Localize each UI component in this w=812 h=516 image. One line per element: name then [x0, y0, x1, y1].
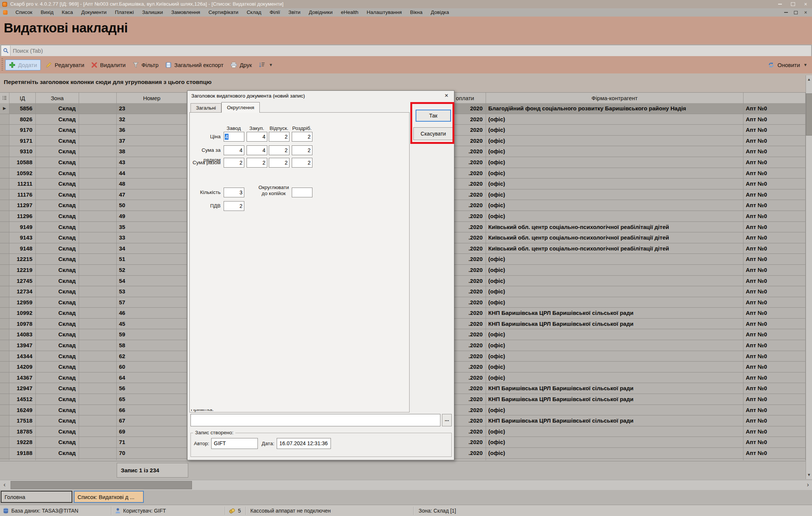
grid-value-field[interactable]: 2	[247, 158, 267, 168]
vertical-scrollbar-thumb[interactable]	[806, 93, 812, 136]
cell-blank	[79, 329, 117, 340]
delete-button[interactable]: Видалити	[88, 60, 129, 70]
cell-zone: Склад	[36, 243, 79, 254]
cell-id: 5856	[9, 103, 36, 114]
chevron-down-icon: ▼	[269, 63, 273, 67]
menu-item[interactable]: Вікна	[406, 8, 427, 17]
toolbar-grip[interactable]	[2, 58, 3, 71]
dialog-close-icon[interactable]: ×	[442, 92, 451, 100]
row-indicator	[0, 114, 9, 125]
menu-item[interactable]: Каса	[58, 8, 77, 17]
restore-button[interactable]	[786, 0, 799, 8]
grid-value-field[interactable]: 2	[292, 158, 312, 168]
column-header-zone[interactable]: Зона	[36, 93, 79, 103]
round-to-kopecks-field[interactable]	[292, 188, 312, 197]
column-header-number[interactable]: Номер	[117, 93, 187, 103]
note-browse-button[interactable]: ...	[442, 414, 452, 426]
scroll-left-icon[interactable]: ‹	[1, 481, 8, 489]
status-count: 5	[238, 508, 241, 514]
cell-number: 38	[117, 146, 187, 157]
funnel-icon	[133, 62, 139, 68]
row-indicator	[0, 146, 9, 157]
edit-button[interactable]: Редагувати	[42, 60, 88, 70]
search-bar	[1, 45, 812, 56]
qty-field[interactable]: 3	[224, 188, 244, 197]
scroll-down-icon[interactable]: ▼	[806, 472, 812, 478]
cell-zone: Склад	[36, 189, 79, 200]
export-button[interactable]: Загальний експорт	[162, 60, 227, 70]
grid-value-field[interactable]: 2	[292, 132, 312, 142]
cell-number: 69	[117, 426, 187, 437]
horizontal-scrollbar-thumb[interactable]	[11, 481, 192, 489]
grid-col-rozdrib: Роздріб.	[289, 125, 315, 131]
group-panel[interactable]: Перетягніть заголовок колонки сюди для у…	[0, 73, 812, 92]
grid-value-field[interactable]: 4	[247, 132, 267, 142]
author-field[interactable]: GIFT	[211, 438, 258, 449]
menu-item[interactable]: Замовлення	[167, 8, 204, 17]
menu-item[interactable]: Список	[11, 8, 37, 17]
grid-value-field[interactable]: 2	[224, 158, 244, 168]
note-field[interactable]	[190, 414, 440, 426]
tab-home[interactable]: Головна	[1, 491, 72, 503]
menu-item[interactable]: Довідники	[305, 8, 337, 17]
cell-zone: Склад	[36, 448, 79, 458]
status-zone: Зона: Склад [1]	[419, 508, 456, 514]
column-header-blank[interactable]	[79, 93, 117, 103]
menu-item[interactable]: Звіти	[284, 8, 305, 17]
menu-item[interactable]: Налаштування	[363, 8, 406, 17]
record-created-label: Запис створено:	[193, 430, 235, 435]
grid-value-field[interactable]: 4	[224, 145, 244, 155]
cell-firm: (офіс)	[486, 168, 743, 179]
cell-zone: Склад	[36, 372, 79, 383]
grid-value-field[interactable]: 2	[269, 132, 289, 142]
menu-item[interactable]: Довідка	[427, 8, 453, 17]
grid-value-field[interactable]: 2	[269, 145, 289, 155]
annotation-highlight-box	[410, 102, 454, 144]
search-input[interactable]	[11, 47, 811, 54]
add-button[interactable]: Додати	[5, 60, 41, 70]
cell-pharmacy: Апт №0	[743, 157, 806, 168]
cell-pharmacy: Апт №0	[743, 136, 806, 146]
grid-value-field[interactable]: 4	[224, 132, 244, 142]
app-logo-icon	[3, 10, 8, 15]
grid-value-field[interactable]: 4	[247, 145, 267, 155]
grid-value-field[interactable]: 2	[269, 158, 289, 168]
row-indicator	[0, 383, 9, 394]
cell-blank	[79, 179, 117, 189]
menu-item[interactable]: Залишки	[138, 8, 167, 17]
cell-number: 67	[117, 415, 187, 426]
sort-options-button[interactable]: ▼	[255, 60, 276, 70]
menu-item[interactable]: Склад	[242, 8, 265, 17]
child-minimize-button[interactable]	[782, 9, 790, 16]
cell-firm: (офіс)	[486, 114, 743, 125]
child-restore-button[interactable]	[792, 9, 800, 16]
menu-item[interactable]: Філії	[265, 8, 284, 17]
minimize-button[interactable]	[774, 0, 786, 8]
close-button[interactable]: ×	[799, 0, 812, 8]
dialog-tab-rounding-active[interactable]: Округлення	[221, 102, 260, 113]
cell-payment: .2020	[454, 222, 486, 232]
column-header-id[interactable]: ІД	[9, 93, 36, 103]
cell-number: 37	[117, 136, 187, 146]
menu-item[interactable]: Документи	[77, 8, 111, 17]
menu-item[interactable]: Вихід	[37, 8, 58, 17]
child-close-button[interactable]: ×	[801, 9, 810, 16]
menu-item[interactable]: Сертифікати	[204, 8, 242, 17]
vat-field[interactable]: 2	[224, 201, 244, 211]
refresh-button[interactable]: Оновити ▼	[768, 61, 812, 69]
date-field[interactable]: 16.07.2024 12:31:36	[277, 438, 331, 449]
column-header-payment[interactable]: оплати	[454, 93, 486, 103]
print-button[interactable]: Друк	[227, 60, 255, 70]
filter-button[interactable]: Фільтр	[129, 60, 162, 70]
scroll-up-icon[interactable]: ▲	[806, 76, 812, 83]
scroll-right-icon[interactable]: ›	[804, 481, 812, 489]
column-header-firm[interactable]: Фірма-контрагент	[486, 93, 743, 103]
grid-value-field[interactable]: 2	[292, 145, 312, 155]
dialog-tab-general[interactable]: Загальні	[190, 103, 221, 112]
column-header-pharmacy[interactable]	[743, 93, 806, 103]
menu-item[interactable]: Платежі	[111, 8, 138, 17]
cell-number: 64	[117, 372, 187, 383]
tab-list-active[interactable]: Список: Видаткові д ...	[74, 491, 144, 503]
menu-item[interactable]: eHealth	[337, 8, 363, 17]
vertical-scrollbar[interactable]	[806, 75, 812, 479]
